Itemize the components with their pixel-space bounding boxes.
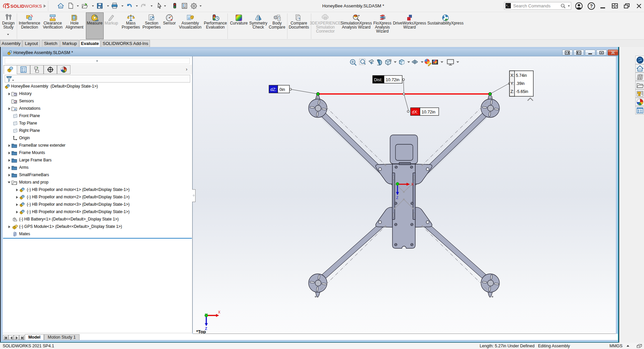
svg-text:A: A	[14, 107, 16, 111]
svg-text:X: X	[218, 310, 220, 314]
svg-text:Y:: Y:	[511, 81, 514, 86]
svg-text:10.72in: 10.72in	[386, 78, 399, 82]
svg-text:?: ?	[590, 3, 593, 9]
svg-text:0in: 0in	[279, 87, 285, 92]
svg-text:5.74in: 5.74in	[516, 73, 527, 78]
svg-text:X: X	[411, 182, 414, 186]
svg-text:dZ:: dZ:	[270, 87, 276, 92]
svg-text:*Top: *Top	[196, 329, 206, 334]
svg-text:dX:: dX:	[412, 110, 418, 114]
svg-text:Z:: Z:	[511, 89, 514, 94]
svg-text:-5.65in: -5.65in	[516, 89, 528, 94]
svg-text:Dist:: Dist:	[374, 78, 382, 82]
svg-text:10.72in: 10.72in	[422, 110, 435, 114]
svg-text:.39in: .39in	[516, 81, 525, 86]
svg-text:?: ?	[278, 17, 280, 20]
svg-text:?: ?	[298, 17, 300, 20]
svg-text:X:: X:	[511, 73, 514, 78]
svg-text:Z: Z	[396, 196, 398, 200]
